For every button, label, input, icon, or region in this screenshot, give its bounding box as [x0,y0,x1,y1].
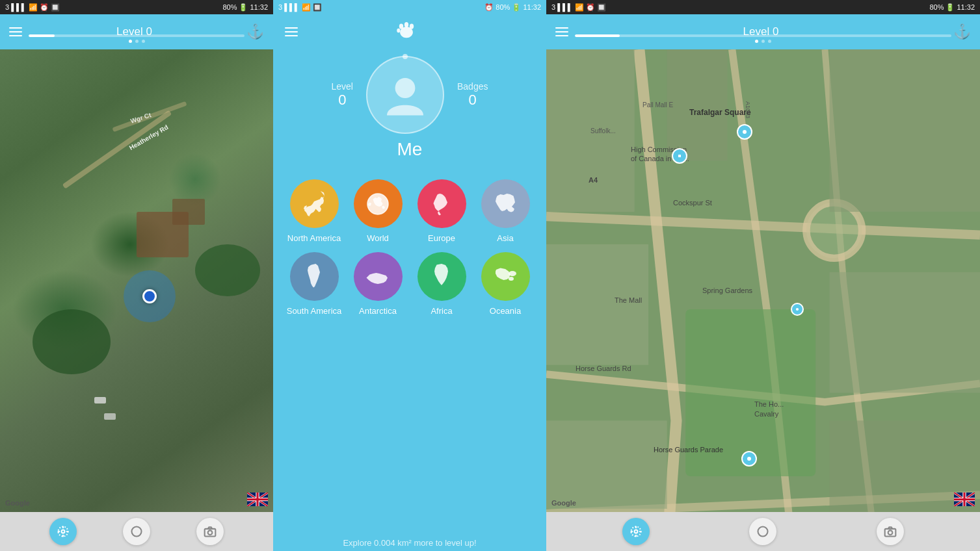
left-status-bar: 3 ▌▌▌ 📶 ⏰ 🔲 80% 🔋 11:32 [0,0,273,14]
pin-icon-4 [794,306,801,313]
region-label-africa: Africa [430,306,452,317]
oceania-icon [489,260,522,292]
left-bottom-toolbar [0,512,273,551]
right-map[interactable]: Trafalgar Square High Commission of Cana… [546,49,980,512]
region-antarctica[interactable]: Antarctica [350,252,406,317]
svg-point-5 [208,530,213,535]
right-dot-1 [755,40,758,43]
map-label-trafalgar: Trafalgar Square [689,108,751,117]
map-label-suffolk: Suffolk... [590,127,616,135]
building-2 [172,199,205,225]
signal-strength: 3 [5,3,9,11]
region-label-north-america: North America [287,233,341,244]
map-label-horse-guards-rd: Horse Guards Rd [576,365,631,372]
region-oceania[interactable]: Oceania [477,252,533,317]
region-circle-europe [417,179,466,228]
left-right-status: 80% 🔋 11:32 [222,3,268,12]
left-progress-track [29,34,245,37]
center-battery-icon: 🔋 [512,3,521,11]
region-label-world: World [367,233,389,244]
signal-bars: ▌▌▌ [11,3,26,11]
svg-point-1 [61,530,64,533]
left-level-bar [29,34,245,43]
right-uk-flag [954,493,975,507]
region-circle-antarctica [354,252,403,301]
right-progress-track [575,34,951,37]
left-anchor-icon[interactable]: ⚓ [246,23,264,40]
car-2 [104,413,116,420]
svg-point-3 [131,527,141,537]
battery-icon: 🔋 [239,3,248,12]
region-label-europe: Europe [428,233,455,244]
svg-rect-20 [546,244,648,365]
center-signal-bars: ▌▌▌ [284,3,299,11]
left-menu-button[interactable] [9,27,22,36]
region-world[interactable]: World [350,179,406,244]
center-signal: 3 [278,3,282,11]
svg-rect-19 [667,49,728,160]
center-wifi-icon: 📶 [302,3,311,11]
svg-rect-24 [546,420,667,509]
svg-rect-26 [678,155,681,157]
left-top-bar: Level 0 ⚓ [0,14,273,49]
center-time: 11:32 [523,3,541,11]
region-north-america[interactable]: North America [286,179,342,244]
center-top-bar [273,14,546,49]
paw-icon [396,20,417,44]
svg-point-12 [509,271,516,276]
left-dot-3 [142,40,145,43]
region-south-america[interactable]: South America [286,252,342,317]
svg-rect-21 [830,49,980,212]
right-dot-3 [768,40,771,43]
left-panel: 3 ▌▌▌ 📶 ⏰ 🔲 80% 🔋 11:32 Level 0 ⚓ [0,0,273,551]
right-right-status: 80% 🔋 11:32 [929,3,975,12]
region-label-asia: Asia [497,233,513,244]
center-battery: 80% [496,3,510,11]
profile-avatar[interactable] [366,56,444,134]
badges-stat: Badges 0 [457,81,488,109]
region-label-south-america: South America [287,306,342,317]
right-circle-button[interactable] [749,518,776,545]
svg-point-32 [758,527,768,537]
profile-section: Level 0 Badges 0 Me [273,49,546,173]
right-battery-icon: 🔋 [946,3,955,12]
region-circle-world [354,179,403,228]
right-anchor-icon[interactable]: ⚓ [953,23,971,40]
svg-point-30 [634,530,637,533]
car-1 [94,397,106,404]
left-circle-button[interactable] [123,518,150,545]
map-label-pall-mall: Pall Mall E [642,101,673,109]
left-camera-button[interactable] [196,518,224,545]
center-spacer [273,324,546,532]
region-europe[interactable]: Europe [414,179,470,244]
bottom-hint: Explore 0.004 km² more to level up! [273,532,546,551]
region-africa[interactable]: Africa [414,252,470,317]
level-stat: Level 0 [332,81,353,109]
region-label-oceania: Oceania [490,306,521,317]
left-map[interactable]: Heatherley Rd Wgr Ct Google [0,49,273,512]
right-menu-button[interactable] [555,27,568,36]
asia-icon [489,188,522,220]
svg-point-28 [796,308,799,311]
right-level-bar [575,34,951,43]
pin-icon [741,128,748,136]
road-heatherley [62,110,172,188]
badges-value: 0 [469,92,477,109]
right-signal-bars: ▌▌▌ [557,3,572,11]
svg-point-9 [397,29,400,32]
right-time: 11:32 [957,3,975,11]
right-clock-icon: ⏰ [586,3,595,12]
center-menu-button[interactable] [285,27,298,36]
svg-point-10 [395,78,416,98]
left-locate-button[interactable] [49,518,77,545]
time-display: 11:32 [250,3,268,11]
center-status-bar: 3 ▌▌▌ 📶 🔲 ⏰ 80% 🔋 11:32 [273,0,546,14]
right-progress-fill [575,34,620,37]
right-camera-button[interactable] [877,518,904,545]
south-america-icon [298,260,330,292]
svg-point-27 [747,457,751,461]
region-asia[interactable]: Asia [477,179,533,244]
right-wifi-icon: 📶 [575,3,584,12]
profile-stats-row: Level 0 Badges 0 [273,56,546,134]
right-locate-button[interactable] [622,518,650,545]
